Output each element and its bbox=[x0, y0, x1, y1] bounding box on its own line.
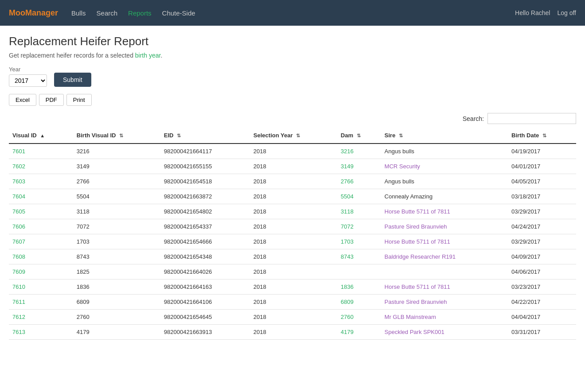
cell-eid: 982000421664117 bbox=[160, 144, 250, 159]
cell-dam: 3118 bbox=[337, 204, 381, 219]
dam-link[interactable]: 1836 bbox=[341, 283, 354, 290]
table-row: 7604550498200042166387220185504Connealy … bbox=[9, 189, 576, 204]
visual-id-link[interactable]: 7605 bbox=[12, 208, 25, 215]
cell-visual-id: 7601 bbox=[9, 144, 73, 159]
cell-eid: 982000421654348 bbox=[160, 249, 250, 264]
visual-id-link[interactable]: 7607 bbox=[12, 238, 25, 245]
visual-id-link[interactable]: 7613 bbox=[12, 329, 25, 335]
cell-visual-id: 7607 bbox=[9, 234, 73, 249]
cell-birth-date: 03/23/2017 bbox=[508, 279, 576, 295]
cell-selection-year: 2018 bbox=[250, 174, 337, 189]
col-eid[interactable]: EID ⇅ bbox=[160, 128, 250, 144]
cell-visual-id: 7602 bbox=[9, 159, 73, 174]
cell-sire: Horse Butte 5711 of 7811 bbox=[381, 279, 508, 295]
cell-eid: 982000421663872 bbox=[160, 189, 250, 204]
nav-search[interactable]: Search bbox=[97, 9, 118, 17]
pdf-button[interactable]: PDF bbox=[39, 94, 64, 106]
sort-icon-dam: ⇅ bbox=[357, 133, 361, 139]
dam-link[interactable]: 6809 bbox=[341, 299, 354, 305]
cell-sire: Pasture Sired Braunvieh bbox=[381, 219, 508, 234]
col-selection-year[interactable]: Selection Year ⇅ bbox=[250, 128, 337, 144]
dam-link[interactable]: 3118 bbox=[341, 208, 354, 215]
cell-dam: 8743 bbox=[337, 249, 381, 264]
dam-link[interactable]: 7072 bbox=[341, 223, 354, 230]
cell-visual-id: 7610 bbox=[9, 279, 73, 295]
table-row: 7606707298200042165433720187072Pasture S… bbox=[9, 219, 576, 234]
cell-birth-date: 03/29/2017 bbox=[508, 204, 576, 219]
col-visual-id[interactable]: Visual ID ▲ bbox=[9, 128, 73, 144]
cell-selection-year: 2018 bbox=[250, 159, 337, 174]
user-greeting: Hello Rachel bbox=[515, 9, 550, 16]
dam-link[interactable]: 3149 bbox=[341, 163, 354, 170]
visual-id-link[interactable]: 7602 bbox=[12, 163, 25, 170]
cell-sire: Connealy Amazing bbox=[381, 189, 508, 204]
table-row: 7605311898200042165480220183118Horse But… bbox=[9, 204, 576, 219]
filter-form: Year 2015 2016 2017 2018 2019 Submit bbox=[9, 66, 576, 87]
cell-birth-visual-id: 1703 bbox=[73, 234, 160, 249]
cell-birth-date: 03/29/2017 bbox=[508, 234, 576, 249]
cell-birth-visual-id: 8743 bbox=[73, 249, 160, 264]
table-row: 7613417998200042166391320184179Speckled … bbox=[9, 325, 576, 340]
visual-id-link[interactable]: 7609 bbox=[12, 268, 25, 275]
cell-eid: 982000421654518 bbox=[160, 174, 250, 189]
table-row: 7611680998200042166410620186809Pasture S… bbox=[9, 295, 576, 310]
cell-selection-year: 2018 bbox=[250, 219, 337, 234]
cell-birth-date: 03/31/2017 bbox=[508, 325, 576, 340]
cell-birth-visual-id: 4179 bbox=[73, 325, 160, 340]
year-form-group: Year 2015 2016 2017 2018 2019 bbox=[9, 66, 47, 87]
cell-selection-year: 2018 bbox=[250, 204, 337, 219]
brand-logo[interactable]: MooManager bbox=[9, 8, 58, 18]
visual-id-link[interactable]: 7603 bbox=[12, 178, 25, 185]
nav-bulls[interactable]: Bulls bbox=[71, 9, 86, 17]
cell-dam: 5504 bbox=[337, 189, 381, 204]
logoff-link[interactable]: Log off bbox=[557, 9, 576, 16]
dam-link[interactable]: 2760 bbox=[341, 314, 354, 320]
dam-link[interactable]: 5504 bbox=[341, 193, 354, 200]
cell-birth-visual-id: 2760 bbox=[73, 310, 160, 325]
dam-link[interactable]: 4179 bbox=[341, 329, 354, 335]
cell-dam: 6809 bbox=[337, 295, 381, 310]
table-header-row: Visual ID ▲ Birth Visual ID ⇅ EID ⇅ Sele… bbox=[9, 128, 576, 144]
submit-button[interactable]: Submit bbox=[54, 73, 91, 87]
cell-dam: 3216 bbox=[337, 144, 381, 159]
navbar: MooManager Bulls Search Reports Chute-Si… bbox=[0, 0, 585, 26]
cell-birth-visual-id: 3216 bbox=[73, 144, 160, 159]
year-label: Year bbox=[9, 66, 47, 73]
col-birth-visual-id[interactable]: Birth Visual ID ⇅ bbox=[73, 128, 160, 144]
visual-id-link[interactable]: 7608 bbox=[12, 253, 25, 260]
col-birth-date[interactable]: Birth Date ⇅ bbox=[508, 128, 576, 144]
cell-birth-date: 04/01/2017 bbox=[508, 159, 576, 174]
print-button[interactable]: Print bbox=[66, 94, 92, 106]
cell-eid: 982000421663913 bbox=[160, 325, 250, 340]
cell-visual-id: 7613 bbox=[9, 325, 73, 340]
subtitle-birthyear-link[interactable]: birth year bbox=[135, 52, 161, 59]
cell-birth-visual-id: 3118 bbox=[73, 204, 160, 219]
cell-visual-id: 7605 bbox=[9, 204, 73, 219]
cell-birth-date: 04/24/2017 bbox=[508, 219, 576, 234]
cell-birth-visual-id: 5504 bbox=[73, 189, 160, 204]
subtitle-for: for a selected bbox=[94, 52, 135, 59]
visual-id-link[interactable]: 7601 bbox=[12, 148, 25, 155]
nav-reports[interactable]: Reports bbox=[128, 9, 152, 17]
visual-id-link[interactable]: 7604 bbox=[12, 193, 25, 200]
cell-birth-date: 04/22/2017 bbox=[508, 295, 576, 310]
nav-chuteside[interactable]: Chute-Side bbox=[162, 9, 195, 17]
dam-link[interactable]: 1703 bbox=[341, 238, 354, 245]
visual-id-link[interactable]: 7612 bbox=[12, 314, 25, 320]
cell-sire: Baldridge Researcher R191 bbox=[381, 249, 508, 264]
cell-eid: 982000421664106 bbox=[160, 295, 250, 310]
col-sire[interactable]: Sire ⇅ bbox=[381, 128, 508, 144]
table-row: 7612276098200042165464520182760Mr GLB Ma… bbox=[9, 310, 576, 325]
table-row: 7608874398200042165434820188743Baldridge… bbox=[9, 249, 576, 264]
dam-link[interactable]: 3216 bbox=[341, 148, 354, 155]
year-select[interactable]: 2015 2016 2017 2018 2019 bbox=[9, 74, 47, 87]
search-input[interactable] bbox=[488, 113, 576, 124]
visual-id-link[interactable]: 7610 bbox=[12, 283, 25, 290]
table-row: 7603276698200042165451820182766Angus bul… bbox=[9, 174, 576, 189]
visual-id-link[interactable]: 7611 bbox=[12, 299, 25, 305]
dam-link[interactable]: 2766 bbox=[341, 178, 354, 185]
dam-link[interactable]: 8743 bbox=[341, 253, 354, 260]
visual-id-link[interactable]: 7606 bbox=[12, 223, 25, 230]
excel-button[interactable]: Excel bbox=[9, 94, 36, 106]
col-dam[interactable]: Dam ⇅ bbox=[337, 128, 381, 144]
